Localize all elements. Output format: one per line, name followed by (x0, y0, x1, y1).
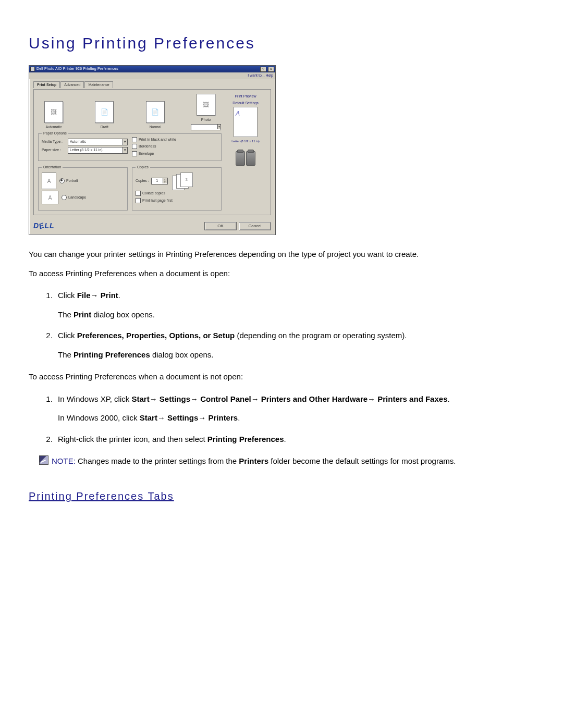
steps-closed: In Windows XP, click Start→ Settings→ Co… (39, 393, 534, 446)
dell-logo: DELL (33, 220, 55, 231)
tab-maintenance[interactable]: Maintenance (84, 81, 113, 89)
collate-checkbox[interactable]: Collate copies (136, 191, 218, 196)
step-open-1: Click File→ Print. The Print dialog box … (55, 290, 534, 320)
envelope-checkbox[interactable]: Envelope (132, 151, 218, 157)
note-text: NOTE: Changes made to the printer settin… (52, 455, 456, 467)
dialog-title: Dell Photo AIO Printer 926 Printing Pref… (36, 66, 259, 72)
paper-size-label: Paper size : (42, 147, 66, 153)
tabs: Print Setup Advanced Maintenance (33, 81, 271, 89)
step-open-2: Click Preferences, Properties, Options, … (55, 330, 534, 361)
borderless-checkbox[interactable]: Borderless (132, 144, 218, 150)
copies-group: Copies Copies : 1 ▴▾ 123 (132, 167, 222, 211)
step-closed-2: Right-click the printer icon, and then s… (55, 434, 534, 446)
preview-title-2: Default Settings (225, 101, 266, 106)
intro-paragraph: You can change your printer settings in … (29, 249, 534, 261)
portrait-radio[interactable]: Portrait (59, 178, 78, 184)
lastpagefirst-checkbox[interactable]: Print last page first (136, 198, 218, 204)
preview-caption: Letter (8 1/2 x 11 in) (225, 139, 266, 144)
paper-size-dropdown[interactable]: Letter (8 1/2 x 11 in) (68, 147, 128, 154)
step-closed-1: In Windows XP, click Start→ Settings→ Co… (55, 393, 534, 424)
cancel-button[interactable]: Cancel (239, 222, 271, 230)
paper-options-group: Paper Options Media Type : Automatic Pap… (38, 133, 222, 162)
access-closed-paragraph: To access Printing Preferences when a do… (29, 371, 534, 383)
quality-row: 🖼 Automatic 📄 Draft 📄 Normal 🖼 (38, 94, 222, 130)
paper-options-legend: Paper Options (42, 131, 68, 137)
photo-dpi-dropdown[interactable] (191, 124, 221, 130)
copies-legend: Copies (136, 165, 150, 170)
steps-open: Click File→ Print. The Print dialog box … (39, 290, 534, 361)
media-type-dropdown[interactable]: Automatic (68, 139, 128, 145)
note-icon (39, 455, 48, 465)
printing-preferences-dialog: Dell Photo AIO Printer 926 Printing Pref… (29, 65, 276, 235)
copies-label: Copies : (136, 178, 149, 184)
copies-stack-icon: 123 (172, 172, 193, 189)
ink-levels-icon (225, 151, 266, 166)
quality-automatic[interactable]: 🖼 Automatic (38, 101, 69, 130)
preview-title-1: Print Preview (225, 94, 266, 100)
access-open-paragraph: To access Printing Preferences when a do… (29, 268, 534, 280)
landscape-thumb-icon: A (42, 191, 58, 204)
portrait-thumb-icon: A (42, 172, 56, 189)
bw-checkbox[interactable]: Print in black and white (132, 137, 218, 143)
ok-button[interactable]: OK (204, 222, 237, 230)
quality-draft[interactable]: 📄 Draft (89, 101, 120, 130)
note-block: NOTE: Changes made to the printer settin… (39, 455, 534, 467)
help-link-bar[interactable]: I want to... Help (29, 72, 275, 79)
copies-spinner[interactable]: 1 ▴▾ (151, 178, 168, 184)
dialog-titlebar: Dell Photo AIO Printer 926 Printing Pref… (29, 66, 275, 72)
tab-advanced[interactable]: Advanced (60, 81, 84, 89)
app-icon (30, 67, 35, 71)
preview-page-icon: A (234, 107, 258, 137)
landscape-radio[interactable]: Landscape (62, 195, 86, 201)
quality-photo[interactable]: 🖼 Photo (190, 94, 222, 130)
help-button[interactable]: ? (260, 67, 266, 72)
orientation-legend: Orientation (42, 165, 63, 170)
tab-print-setup[interactable]: Print Setup (33, 81, 60, 89)
quality-normal[interactable]: 📄 Normal (140, 101, 171, 130)
preview-column: Print Preview Default Settings A Letter … (225, 94, 266, 211)
close-button[interactable]: × (268, 67, 274, 72)
orientation-group: Orientation A Portrait A Landscape (38, 167, 128, 211)
page-title: Using Printing Preferences (29, 31, 534, 55)
media-type-label: Media Type : (42, 139, 66, 145)
section-title: Printing Preferences Tabs (29, 488, 534, 504)
